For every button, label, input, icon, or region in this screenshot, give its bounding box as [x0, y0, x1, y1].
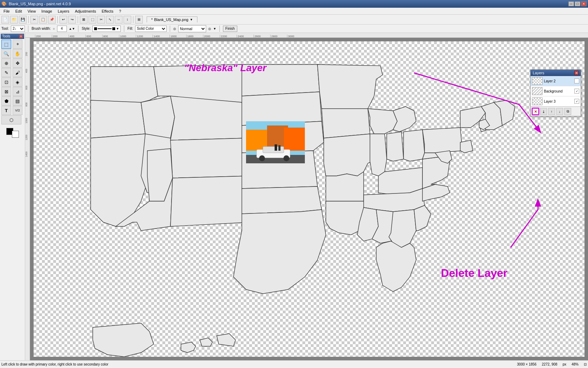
layer-item-layer2[interactable]: Layer 2	[531, 76, 581, 86]
blend-dropdown[interactable]: ▼	[213, 27, 216, 30]
map-container: "Nebraska" Layer Delete Layer	[34, 41, 584, 357]
sep-brush	[78, 26, 78, 32]
secondary-color-swatch[interactable]	[12, 131, 19, 138]
tool-magnifier[interactable]: ⊕	[1, 59, 11, 68]
nebraska-photo	[246, 121, 305, 163]
crop-button[interactable]: ✂	[97, 16, 105, 23]
image-tab[interactable]: * Blank_US_Map.png ▼	[147, 16, 197, 22]
save-button[interactable]: 💾	[19, 16, 27, 23]
tool-gradient[interactable]: ▤	[13, 96, 22, 105]
menu-help[interactable]: ?	[116, 8, 124, 14]
layer3-visibility[interactable]	[574, 99, 579, 104]
tool-label: Tool:	[1, 27, 9, 30]
layers-close-button[interactable]: ✕	[574, 71, 579, 75]
tool-pencil[interactable]: ✎	[1, 68, 11, 77]
ruler-tick: 800	[102, 35, 119, 38]
open-button[interactable]: 📁	[10, 16, 18, 23]
ruler-tick: 1600	[169, 35, 186, 38]
flip-v-button[interactable]: ↕	[124, 16, 131, 23]
tool-pan[interactable]: ✋	[13, 49, 22, 58]
normal-icon-left: ◎	[173, 27, 176, 30]
finish-button[interactable]: Finish	[223, 26, 237, 32]
menu-view[interactable]: View	[25, 8, 39, 14]
layer-item-layer3[interactable]: Layer 3	[531, 96, 581, 107]
ruler-tick: 3000	[287, 35, 304, 38]
color-primary	[94, 27, 97, 30]
us-map-svg	[34, 41, 584, 357]
paste-button[interactable]: 📌	[48, 16, 56, 23]
svg-point-7	[259, 155, 265, 161]
tool-text2[interactable]: V/2	[13, 106, 22, 115]
redo-button[interactable]: ↪	[68, 16, 76, 23]
sep1	[28, 16, 29, 23]
svg-rect-6	[263, 146, 284, 153]
brush-stepper[interactable]: ▲▼	[69, 27, 75, 30]
full-view-button[interactable]: ⊞	[135, 16, 143, 23]
tool-color-picker[interactable]: ⊿	[13, 87, 22, 96]
close-button[interactable]: ✕	[581, 1, 587, 6]
duplicate-layer-button[interactable]: ⧉	[564, 108, 571, 115]
tool-move[interactable]: ✥	[13, 59, 22, 68]
tools-close-button[interactable]: ✕	[19, 35, 23, 38]
tab-dropdown-icon[interactable]: ▼	[190, 18, 193, 21]
sep-style	[124, 26, 124, 32]
tool-rectangle-select[interactable]: ⬚	[1, 40, 11, 49]
menu-effects[interactable]: Effects	[99, 8, 116, 14]
tool-eraser[interactable]: ⊡	[1, 77, 11, 87]
tool-paintbrush[interactable]: 🖌	[13, 68, 22, 77]
menu-file[interactable]: File	[1, 8, 13, 14]
canvas-scroll[interactable]: "Nebraska" Layer Delete Layer	[30, 38, 588, 360]
status-coords: 2272, 908	[542, 362, 558, 366]
undo-button[interactable]: ↩	[59, 16, 67, 23]
tool-zoom[interactable]: 🔍	[1, 49, 11, 58]
ruler-tick: 1400	[153, 35, 169, 38]
title-text: Blank_US_Map.png - paint.net 4.0.9	[9, 2, 71, 6]
ruler-tick: 1000	[119, 35, 136, 38]
tools-panel-header: Tools ✕	[1, 34, 24, 39]
ruler-left-tick: 400	[25, 56, 30, 73]
layer2-visibility[interactable]	[574, 79, 579, 83]
delete-layer-button[interactable]: ✕	[532, 108, 539, 115]
background-name: Background	[544, 89, 573, 93]
style-dropdown-icon[interactable]: ▼	[116, 27, 119, 30]
ruler-left-tick: 800	[25, 90, 30, 107]
select-all-button[interactable]: ⬚	[89, 16, 96, 23]
menu-layers[interactable]: Layers	[55, 8, 72, 14]
tool-paint-bucket[interactable]: ⬟	[1, 96, 11, 105]
brush-width-input[interactable]	[57, 26, 67, 32]
tool-lasso-select[interactable]: ⌖	[13, 40, 22, 49]
menu-image[interactable]: Image	[38, 8, 55, 14]
tool-text[interactable]: T	[1, 106, 11, 115]
tool-recolor[interactable]: ⊠	[1, 87, 11, 96]
menu-edit[interactable]: Edit	[13, 8, 25, 14]
blend-mode-select[interactable]: Normal	[178, 25, 206, 32]
tool-select[interactable]: 2↓	[11, 26, 25, 32]
sep2	[57, 16, 58, 23]
merge-down-button[interactable]: ⤓	[540, 108, 547, 115]
tool-shape[interactable]: ⬡	[1, 115, 21, 124]
ruler-left-tick: 200	[25, 39, 30, 56]
layers-panel: Layers ✕ Layer 2 Background	[530, 69, 581, 116]
fit-window-icon[interactable]: ⊡	[584, 362, 587, 366]
flip-h-button[interactable]: ↔	[115, 16, 122, 23]
cut-button[interactable]: ✂	[30, 16, 38, 23]
new-button[interactable]: 📄	[1, 16, 9, 23]
background-visibility[interactable]	[574, 89, 579, 94]
move-layer-up-button[interactable]: ↑	[548, 108, 555, 115]
minimize-button[interactable]: ─	[568, 1, 574, 6]
layer-item-background[interactable]: Background	[531, 86, 581, 96]
tab-label: Blank_US_Map.png	[154, 18, 188, 22]
style-picker[interactable]: ▼	[92, 26, 121, 32]
menu-adjustments[interactable]: Adjustments	[72, 8, 99, 14]
move-layer-down-button[interactable]: ↓	[556, 108, 563, 115]
layers-title: Layers	[533, 71, 544, 75]
copy-button[interactable]: 📋	[39, 16, 47, 23]
fill-label: Fill:	[127, 27, 133, 30]
tool-clone-stamp[interactable]: ◈	[13, 77, 22, 87]
resize-button[interactable]: ⤡	[106, 16, 114, 23]
title-bar: 🎨 Blank_US_Map.png - paint.net 4.0.9 ─ □…	[0, 0, 588, 8]
fill-select[interactable]: Solid Color	[135, 26, 167, 32]
deselect-button[interactable]: ⊠	[80, 16, 88, 23]
ruler-left: 200 400 600 800 1000 1200 1400	[25, 38, 30, 360]
maximize-button[interactable]: □	[575, 1, 580, 6]
